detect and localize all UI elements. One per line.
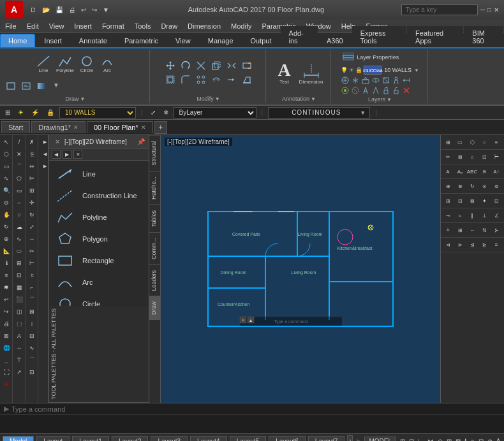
tool-move2[interactable]: ✛ bbox=[26, 197, 38, 208]
status-polar[interactable]: ⋈ bbox=[427, 438, 434, 441]
tool-fillet2[interactable]: ⌒ bbox=[26, 294, 38, 305]
tool-copy2[interactable]: ⎘ bbox=[26, 148, 38, 160]
menu-draw[interactable]: Draw bbox=[156, 19, 182, 33]
tool-cmdline[interactable]: _ bbox=[1, 354, 12, 366]
tool-geotools[interactable]: 🌐 bbox=[1, 342, 12, 354]
tool-zoom-win[interactable]: 🔍 bbox=[1, 185, 12, 196]
tool-extend2[interactable]: ⊢ bbox=[26, 257, 38, 269]
rp-btn30[interactable]: ∠ bbox=[491, 210, 502, 221]
tool-window[interactable]: ▭ bbox=[1, 161, 12, 172]
rp-btn36[interactable]: ⊲ bbox=[442, 239, 454, 250]
palette-item-polygon[interactable]: Polygon bbox=[49, 228, 149, 250]
new-document-btn[interactable]: + bbox=[154, 121, 167, 134]
palette-pin-icon[interactable]: 📌 bbox=[137, 138, 145, 145]
tab-layout6[interactable]: Layout6 bbox=[269, 436, 306, 441]
rp-btn35[interactable]: ⊱ bbox=[491, 224, 502, 236]
drawing-canvas[interactable]: [-][Top][2D Wireframe] Covered Patio Liv… bbox=[161, 135, 440, 403]
status-osnap[interactable]: ⊙ bbox=[438, 438, 443, 441]
palette-close-btn[interactable]: ✕ bbox=[53, 137, 62, 146]
rp-btn26[interactable]: ⊸ bbox=[442, 210, 454, 221]
layers-group-label[interactable]: Layers ▼ bbox=[368, 95, 392, 103]
rp-btn22[interactable]: ⊟ bbox=[454, 195, 466, 206]
tool-explode[interactable]: ⊠ bbox=[26, 306, 38, 317]
rp-btn28[interactable]: ∥ bbox=[466, 210, 478, 221]
tool-erase2[interactable]: ✗ bbox=[26, 136, 38, 148]
menu-dimension[interactable]: Dimension bbox=[182, 19, 226, 33]
doc-tab-drawing1[interactable]: Drawing1* ✕ bbox=[31, 121, 85, 133]
layer-lock-icon[interactable]: 🔒 bbox=[355, 67, 362, 73]
rp-btn16[interactable]: ⊕ bbox=[442, 180, 454, 192]
rp-btn20[interactable]: ⊚ bbox=[491, 180, 502, 192]
rp-btn2[interactable]: ▭ bbox=[454, 136, 466, 148]
tool-editpoly[interactable]: ⌒ bbox=[26, 354, 38, 366]
rp-btn17[interactable]: ⊗ bbox=[454, 180, 466, 192]
tool-ellipse[interactable]: ⬭ bbox=[13, 245, 25, 257]
tb-sun-btn[interactable]: ☀ bbox=[15, 108, 26, 117]
all-palettes-label[interactable]: TOOL PALETTES - ALL PALETTES bbox=[49, 306, 149, 403]
palette-item-cline[interactable]: Construction Line bbox=[49, 185, 149, 206]
status-grid[interactable]: ⊞ bbox=[400, 438, 405, 441]
tool-rotate2[interactable]: ↻ bbox=[26, 209, 38, 220]
rp-btn9[interactable]: ⊡ bbox=[478, 151, 490, 163]
tool-orbit[interactable]: ↻ bbox=[1, 221, 12, 233]
vtab-comm[interactable]: Comm... bbox=[149, 232, 160, 264]
modify-stretch-btn[interactable] bbox=[240, 59, 254, 72]
rp-btn15[interactable]: A↑ bbox=[491, 166, 502, 177]
maximize-btn[interactable]: □ bbox=[487, 6, 491, 13]
layer-selector[interactable]: 10 WALLS bbox=[59, 107, 136, 119]
rp-btn19[interactable]: ⊙ bbox=[478, 180, 490, 192]
layer-color-swatch[interactable]: #3355aa bbox=[364, 66, 382, 75]
rp-btn10[interactable]: ⊢ bbox=[491, 151, 502, 163]
tab-layout2[interactable]: Layout2 bbox=[112, 436, 149, 441]
tb-move-btn[interactable]: ⤢ bbox=[148, 108, 158, 117]
layer-dropdown-icon[interactable]: ▼ bbox=[414, 68, 419, 73]
tool-wipeout[interactable]: ⬚ bbox=[13, 318, 25, 329]
layout-scroll-btn[interactable]: ▶ bbox=[357, 437, 362, 441]
menu-view[interactable]: View bbox=[44, 19, 70, 33]
tool-align[interactable]: ⊟ bbox=[26, 330, 38, 342]
tab-addins[interactable]: Add-ins bbox=[281, 26, 318, 47]
tab-layout1[interactable]: Layout1 bbox=[72, 436, 109, 441]
draw-hatch-btn[interactable] bbox=[19, 80, 33, 92]
tool-pan[interactable]: ✋ bbox=[1, 209, 12, 220]
draw-gradient-btn[interactable] bbox=[34, 80, 48, 92]
tool-editspline[interactable]: ∿ bbox=[26, 342, 38, 354]
annotation-text-btn[interactable]: A Text bbox=[273, 60, 296, 86]
palette-fwd-btn[interactable]: ▶ bbox=[63, 150, 71, 159]
tab-home[interactable]: Home bbox=[0, 34, 35, 47]
modify-mirror-btn[interactable] bbox=[225, 59, 239, 72]
rp-btn13[interactable]: ABC bbox=[466, 166, 478, 177]
tab-view[interactable]: View bbox=[167, 34, 199, 47]
palette-item-rect[interactable]: Rectangle bbox=[49, 250, 149, 271]
tool-xline[interactable]: ✕ bbox=[13, 148, 25, 160]
rp-btn25[interactable]: ⊡ bbox=[491, 195, 502, 206]
tool-plot[interactable]: 🖨 bbox=[1, 318, 12, 329]
menu-edit[interactable]: Edit bbox=[22, 19, 44, 33]
draw-group-label[interactable]: Draw ▼ bbox=[66, 94, 85, 102]
tool-array2[interactable]: ⊞ bbox=[26, 185, 38, 196]
status-dynin[interactable]: ℹ bbox=[464, 438, 467, 441]
tool-circle2[interactable]: ○ bbox=[13, 209, 25, 220]
tab-layout7[interactable]: Layout7 bbox=[308, 436, 345, 441]
status-qp[interactable]: ⊕ bbox=[487, 438, 493, 441]
floorplan-close-icon[interactable]: ✕ bbox=[141, 124, 146, 131]
save-btn[interactable]: 💾 bbox=[54, 5, 65, 15]
tab-layout3[interactable]: Layout3 bbox=[151, 436, 188, 441]
vtab-structural[interactable]: Structural bbox=[149, 135, 160, 171]
rp-btn18[interactable]: ↻ bbox=[466, 180, 478, 192]
palette-item-line[interactable]: Line bbox=[49, 163, 149, 185]
rp-btn4[interactable]: ○ bbox=[478, 136, 490, 148]
tool-navsbar[interactable]: ⊕ bbox=[1, 233, 12, 245]
tool-measure[interactable]: 📐 bbox=[1, 245, 12, 257]
palette-back-btn[interactable]: ◀ bbox=[52, 150, 61, 159]
palette-item-circle[interactable]: Circle bbox=[49, 293, 149, 306]
draw-more-btn[interactable]: ▼ bbox=[50, 80, 63, 92]
draw-rect-btn[interactable] bbox=[4, 80, 18, 92]
tool-trim2[interactable]: ✂ bbox=[26, 245, 38, 257]
tool-stretch2[interactable]: ↔ bbox=[26, 233, 38, 245]
layer-properties-btn[interactable]: Layer Properties bbox=[341, 51, 401, 64]
rp-btn12[interactable]: Aₐ bbox=[454, 166, 466, 177]
tool-chamfer[interactable]: ⌐ bbox=[26, 282, 38, 293]
title-search[interactable] bbox=[401, 4, 478, 15]
status-ucs[interactable]: ⊠ bbox=[456, 438, 461, 441]
